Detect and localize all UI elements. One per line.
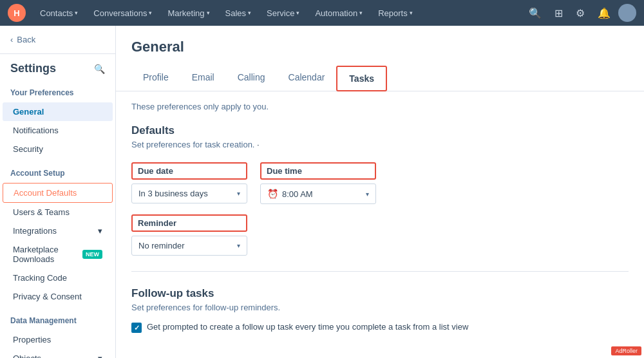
- chevron-down-icon: ▾: [248, 10, 251, 16]
- bell-icon[interactable]: 🔔: [592, 3, 616, 23]
- sidebar-item-security[interactable]: Security: [3, 140, 113, 158]
- followup-checkbox[interactable]: [131, 323, 142, 333]
- chevron-down-icon: ▾: [359, 10, 363, 16]
- page-header: General: [116, 26, 644, 55]
- sidebar-properties-label: Properties: [13, 335, 51, 344]
- due-date-value: In 3 business days: [138, 189, 208, 198]
- search-icon[interactable]: 🔍: [524, 3, 547, 23]
- reminder-value: No reminder: [138, 241, 185, 250]
- objects-expandable: Objects ▾: [13, 353, 102, 358]
- settings-header: Settings 🔍: [0, 54, 115, 78]
- app-layout: ‹ Back Settings 🔍 Your Preferences Gener…: [0, 26, 644, 358]
- nav-conversations[interactable]: Conversations ▾: [87, 5, 158, 22]
- nav-contacts[interactable]: Contacts ▾: [33, 5, 84, 22]
- nav-service[interactable]: Service ▾: [260, 5, 306, 22]
- sidebar-security-label: Security: [13, 144, 43, 154]
- defaults-title: Defaults: [131, 124, 629, 137]
- integrations-expandable: Integrations ▾: [13, 226, 102, 236]
- top-navigation: H Contacts ▾ Conversations ▾ Marketing ▾…: [0, 0, 644, 26]
- sidebar: ‹ Back Settings 🔍 Your Preferences Gener…: [0, 26, 116, 358]
- due-date-group: Due date In 3 business days ▾: [131, 162, 247, 203]
- tab-tasks[interactable]: Tasks: [336, 66, 387, 91]
- due-date-label: Due date: [131, 162, 247, 180]
- your-preferences-section: Your Preferences: [0, 78, 115, 102]
- due-time-group: Due time ⏰ 8:00 AM ▾: [260, 162, 376, 204]
- chevron-down-icon: ▾: [98, 226, 102, 236]
- back-arrow-icon: ‹: [10, 35, 13, 44]
- clock-icon: ⏰: [267, 189, 278, 199]
- sidebar-item-general[interactable]: General: [3, 102, 113, 121]
- sidebar-item-notifications[interactable]: Notifications: [3, 121, 113, 140]
- due-date-select[interactable]: In 3 business days ▾: [131, 184, 247, 203]
- apps-icon[interactable]: ⊞: [549, 3, 568, 23]
- sidebar-notifications-label: Notifications: [13, 126, 59, 135]
- due-time-select[interactable]: ⏰ 8:00 AM ▾: [260, 184, 376, 204]
- data-management-section: Data Management: [0, 306, 115, 330]
- followup-title: Follow-up tasks: [131, 287, 629, 300]
- nav-marketing[interactable]: Marketing ▾: [161, 5, 216, 22]
- chevron-down-icon: ▾: [237, 190, 240, 197]
- sidebar-tracking-code-label: Tracking Code: [13, 273, 67, 283]
- due-time-label: Due time: [260, 162, 376, 180]
- followup-checkbox-row: Get prompted to create a follow up task …: [131, 321, 629, 333]
- nav-sales[interactable]: Sales ▾: [219, 5, 258, 22]
- reminder-select[interactable]: No reminder ▾: [131, 236, 247, 256]
- followup-checkbox-label: Get prompted to create a follow up task …: [147, 321, 468, 333]
- sidebar-item-users-teams[interactable]: Users & Teams: [3, 203, 113, 221]
- chevron-down-icon: ▾: [207, 10, 210, 16]
- sidebar-item-account-defaults[interactable]: Account Defaults: [3, 183, 113, 203]
- logo-letter: H: [14, 8, 19, 18]
- tab-email[interactable]: Email: [180, 66, 226, 91]
- hubspot-logo[interactable]: H: [8, 4, 26, 22]
- tabs-bar: Profile Email Calling Calendar Tasks: [116, 66, 644, 91]
- sidebar-item-marketplace[interactable]: Marketplace Downloads NEW: [3, 240, 113, 268]
- nav-automation[interactable]: Automation ▾: [308, 5, 369, 22]
- sidebar-privacy-label: Privacy & Consent: [13, 292, 82, 301]
- account-setup-section: Account Setup: [0, 158, 115, 183]
- sidebar-item-privacy-consent[interactable]: Privacy & Consent: [3, 287, 113, 306]
- marketplace-expandable: Marketplace Downloads NEW: [13, 245, 102, 264]
- reminder-label: Reminder: [131, 214, 247, 232]
- chevron-down-icon: ▾: [410, 10, 413, 16]
- reminder-group: Reminder No reminder ▾: [131, 214, 247, 256]
- content-body: These preferences only apply to you. Def…: [116, 91, 644, 348]
- tab-profile[interactable]: Profile: [131, 66, 180, 91]
- due-time-value: ⏰ 8:00 AM: [267, 189, 313, 199]
- chevron-down-icon: ▾: [75, 10, 78, 16]
- chevron-down-icon: ▾: [98, 353, 102, 358]
- chevron-down-icon: ▾: [237, 242, 240, 249]
- back-button[interactable]: ‹ Back: [0, 26, 115, 54]
- tab-calendar[interactable]: Calendar: [277, 66, 337, 91]
- nav-reports[interactable]: Reports ▾: [372, 5, 419, 22]
- sidebar-marketplace-label: Marketplace Downloads: [13, 245, 82, 264]
- preferences-description: These preferences only apply to you.: [131, 102, 629, 111]
- adroll-badge: AdRoller: [611, 346, 641, 355]
- sidebar-item-properties[interactable]: Properties: [3, 330, 113, 349]
- sidebar-item-integrations[interactable]: Integrations ▾: [3, 221, 113, 240]
- main-content: General Profile Email Calling Calendar T…: [116, 26, 644, 358]
- sidebar-item-tracking-code[interactable]: Tracking Code: [3, 268, 113, 287]
- sidebar-account-defaults-label: Account Defaults: [14, 188, 77, 198]
- content-divider: [131, 271, 629, 272]
- followup-description: Set preferences for follow-up reminders.: [131, 303, 629, 312]
- defaults-description: Set preferences for task creation. ·: [131, 140, 629, 149]
- sidebar-integrations-label: Integrations: [13, 226, 57, 236]
- page-title: General: [131, 39, 629, 55]
- sidebar-general-label: General: [13, 107, 44, 117]
- tab-calling[interactable]: Calling: [226, 66, 277, 91]
- avatar[interactable]: [618, 4, 636, 22]
- marketplace-new-badge: NEW: [82, 250, 102, 259]
- sidebar-users-teams-label: Users & Teams: [13, 207, 70, 217]
- sidebar-objects-label: Objects: [13, 353, 41, 358]
- chevron-down-icon: ▾: [296, 10, 299, 16]
- settings-icon[interactable]: ⚙: [571, 3, 590, 23]
- chevron-down-icon: ▾: [149, 10, 152, 16]
- settings-title: Settings: [10, 62, 56, 75]
- due-date-time-row: Due date In 3 business days ▾ Due time ⏰…: [131, 162, 629, 204]
- reminder-row: Reminder No reminder ▾: [131, 214, 629, 256]
- sidebar-item-objects[interactable]: Objects ▾: [3, 349, 113, 358]
- sidebar-search-icon[interactable]: 🔍: [94, 64, 105, 74]
- back-label: Back: [17, 35, 35, 44]
- chevron-down-icon: ▾: [366, 191, 369, 198]
